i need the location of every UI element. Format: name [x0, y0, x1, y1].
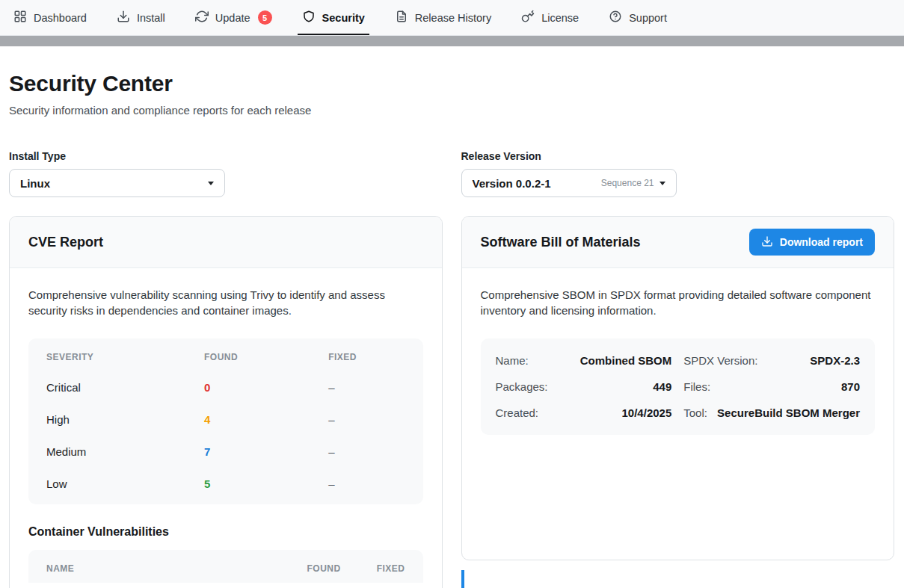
install-type-filter: Install Type Linux: [9, 150, 443, 197]
download-report-button[interactable]: Download report: [749, 229, 875, 256]
refresh-icon: [195, 10, 209, 25]
download-icon: [117, 10, 130, 25]
nav-item-dashboard[interactable]: Dashboard: [13, 0, 87, 35]
download-icon: [761, 235, 773, 250]
release-version-filter: Release Version Version 0.0.2-1 Sequence…: [461, 150, 895, 197]
severity-found: 4: [186, 403, 310, 436]
release-version-select[interactable]: Version 0.0.2-1 Sequence 21: [461, 169, 677, 197]
nav-label: License: [541, 12, 579, 24]
severity-header: SEVERITY: [28, 341, 186, 371]
nav-item-release-history[interactable]: Release History: [395, 0, 491, 35]
cards-grid: CVE Report Comprehensive vulnerability s…: [9, 216, 894, 588]
install-type-value: Linux: [20, 177, 50, 190]
severity-fixed: –: [310, 436, 422, 468]
release-version-value: Version 0.0.2-1: [473, 177, 551, 190]
severity-row-low: Low 5 –: [28, 468, 423, 500]
nav-label: Install: [137, 12, 165, 24]
severity-name: Medium: [28, 436, 186, 468]
name-header: NAME: [28, 553, 289, 583]
nav-item-support[interactable]: Support: [609, 0, 667, 35]
cve-report-card: CVE Report Comprehensive vulnerability s…: [9, 216, 443, 588]
help-icon: [609, 10, 622, 25]
install-type-label: Install Type: [9, 150, 443, 162]
shield-icon: [302, 10, 316, 25]
severity-row-critical: Critical 0 –: [28, 371, 423, 403]
filters-row: Install Type Linux Release Version Versi…: [9, 150, 894, 197]
fixed-header: FIXED: [359, 553, 423, 583]
severity-row-high: High 4 –: [28, 403, 423, 436]
severity-fixed: –: [310, 371, 422, 403]
nav-item-update[interactable]: Update 5: [195, 0, 272, 35]
sequence-label: Sequence 21: [601, 178, 654, 188]
divider-band: [0, 36, 904, 46]
severity-name: Low: [28, 468, 186, 500]
severity-fixed: –: [310, 468, 422, 500]
severity-found: 5: [186, 468, 310, 500]
nav-label: Update: [215, 12, 250, 24]
nav-item-security[interactable]: Security: [302, 0, 365, 35]
key-icon: [521, 10, 535, 25]
nav-item-license[interactable]: License: [521, 0, 579, 35]
install-type-select[interactable]: Linux: [9, 169, 225, 197]
right-column: Software Bill of Materials Download repo…: [461, 216, 895, 588]
found-header: FOUND: [289, 553, 358, 583]
sbom-detail-tool: Tool: SecureBuild SBOM Merger: [683, 400, 860, 426]
nav-label: Release History: [415, 12, 491, 24]
cve-card-header: CVE Report: [10, 217, 442, 268]
severity-table: SEVERITY FOUND FIXED Critical 0 –: [28, 338, 423, 504]
chevron-down-icon: [208, 182, 214, 185]
info-callout: [461, 570, 895, 588]
sbom-detail-files: Files: 870: [683, 374, 860, 400]
nav-label: Dashboard: [34, 12, 87, 24]
container-vulnerabilities-table: NAME FOUND FIXED: [28, 550, 423, 583]
chevron-down-icon: [659, 182, 665, 185]
sbom-detail-packages: Packages: 449: [496, 374, 672, 400]
release-version-label: Release Version: [461, 150, 895, 162]
nav-label: Security: [322, 12, 365, 24]
document-icon: [395, 10, 408, 25]
main-content: Security Center Security information and…: [0, 46, 904, 588]
top-navigation: Dashboard Install Update 5 Security Rele…: [0, 0, 904, 36]
sbom-details-panel: Name: Combined SBOM SPDX Version: SPDX-2…: [481, 338, 876, 435]
sbom-detail-spdx-version: SPDX Version: SPDX-2.3: [683, 347, 860, 374]
container-vulnerabilities-title: Container Vulnerabilities: [28, 525, 423, 539]
page-subtitle: Security information and compliance repo…: [9, 104, 894, 117]
page-title: Security Center: [9, 71, 894, 96]
sbom-detail-name: Name: Combined SBOM: [496, 347, 672, 374]
nav-item-install[interactable]: Install: [117, 0, 165, 35]
severity-found: 7: [186, 436, 310, 468]
severity-found: 0: [186, 371, 310, 403]
sbom-card-title: Software Bill of Materials: [481, 235, 641, 250]
severity-row-medium: Medium 7 –: [28, 436, 423, 468]
found-header: FOUND: [186, 341, 310, 371]
severity-fixed: –: [310, 403, 422, 436]
sbom-card: Software Bill of Materials Download repo…: [461, 216, 895, 560]
sbom-detail-created: Created: 10/4/2025: [496, 400, 672, 426]
cve-description: Comprehensive vulnerability scanning usi…: [28, 287, 423, 319]
nav-label: Support: [629, 12, 667, 24]
update-count-badge: 5: [258, 10, 272, 25]
sbom-description: Comprehensive SBOM in SPDX format provid…: [481, 287, 876, 319]
fixed-header: FIXED: [310, 341, 422, 371]
grid-icon: [13, 10, 27, 25]
sbom-card-header: Software Bill of Materials Download repo…: [462, 217, 894, 268]
cve-card-title: CVE Report: [28, 235, 103, 250]
severity-name: Critical: [28, 371, 186, 403]
severity-name: High: [28, 403, 186, 436]
download-report-label: Download report: [780, 236, 863, 248]
